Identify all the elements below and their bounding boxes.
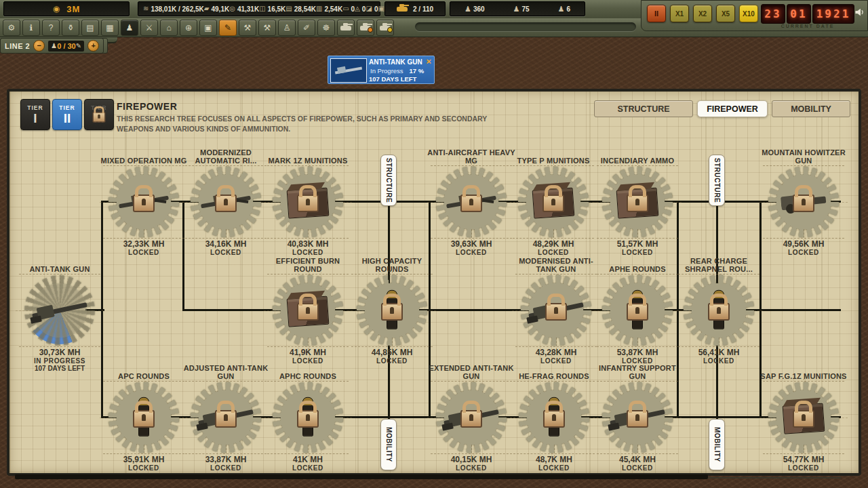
line-worker-count: 0 / 30 — [57, 42, 76, 50]
research-node[interactable]: MIXED OPERATION MG 32,33K MH LOCKED — [99, 145, 189, 256]
workshop-icon-button[interactable]: ⚒ — [239, 20, 256, 36]
staff-item: ♟75 — [513, 5, 530, 13]
research-node[interactable]: APHE ROUNDS 53,87K MH LOCKED — [593, 253, 682, 365]
research-node[interactable]: APHC ROUNDS 41K MH LOCKED — [263, 361, 353, 472]
research-node-gear — [357, 275, 427, 346]
lock-icon — [542, 195, 564, 212]
settings-icon-button[interactable]: ⚙ — [3, 20, 20, 36]
tab-structure[interactable]: STRUCTURE — [594, 100, 693, 117]
staff-item: ♟6 — [558, 5, 570, 13]
components-icon-button[interactable]: ☸ — [317, 20, 335, 36]
tank-count-value: 2 / 110 — [413, 5, 433, 13]
tab-mobility[interactable]: MOBILITY — [772, 100, 850, 117]
resource-fabric-icon: ◪ — [366, 5, 372, 12]
research-node[interactable]: MOUNTAIN HOWITZER GUN 49,56K MH LOCKED — [759, 145, 848, 256]
military-icon-button[interactable]: ⚔ — [140, 20, 158, 36]
lock-icon — [460, 195, 482, 212]
world-map-icon: ⊕ — [185, 24, 192, 32]
lock-icon — [215, 410, 237, 428]
research-node[interactable]: EFFICIENT BURN ROUND 41,9K MH LOCKED — [263, 253, 353, 365]
research-node[interactable]: ANTI-AIRCRAFT HEAVY MG 39,63K MH LOCKED — [427, 145, 516, 256]
research-node[interactable]: HE-FRAG ROUNDS 48,7K MH LOCKED — [509, 361, 599, 472]
research-status: LOCKED — [210, 249, 241, 256]
crew-icon: ♙ — [283, 24, 291, 32]
tier-2-button[interactable]: TIER II — [52, 99, 82, 130]
resource-item: ≋138,01K / 262,5K — [143, 5, 204, 13]
personnel-icon-button[interactable]: ♟ — [121, 20, 138, 36]
speed-x5-button[interactable]: X5 — [716, 5, 735, 22]
research-node[interactable]: EXTENDED ANTI-TANK GUN 40,15K MH LOCKED — [427, 361, 516, 472]
crew-icon-button[interactable]: ♙ — [278, 20, 296, 36]
tank-combat-icon-button[interactable] — [357, 20, 374, 36]
research-node[interactable]: MARK 1Z MUNITIONS 40,83K MH LOCKED — [263, 145, 353, 256]
tier-word: TIER — [59, 104, 75, 111]
research-node[interactable]: ANTI-TANK GUN 30,73K MH IN PROGRESS 107 … — [15, 253, 104, 372]
toolbar-groove — [415, 22, 636, 31]
staff-value: 6 — [566, 5, 570, 13]
research-node-gear — [768, 382, 839, 453]
market-icon-button[interactable]: ▣ — [199, 20, 217, 36]
structure-link-pill[interactable]: STRUCTURE — [709, 155, 725, 206]
research-icon: ✎ — [224, 24, 231, 32]
tank-combat-icon-badge — [368, 27, 373, 33]
speed-date-cluster: II X1 X2 X5 X10 23 01 1921 CURRENT DATE — [641, 0, 868, 31]
research-node[interactable]: INCENDIARY AMMO 51,57K MH LOCKED — [593, 145, 682, 256]
research-node-gear — [191, 167, 261, 237]
achievements-icon-button[interactable]: ⚱ — [62, 20, 79, 36]
research-node[interactable]: INFANTRY SUPPORT GUN 45,4K MH LOCKED — [593, 361, 682, 472]
research-icon-button[interactable]: ✎ — [219, 20, 237, 36]
info-icon-button[interactable]: ℹ — [22, 20, 40, 36]
mobility-link-pill[interactable]: MOBILITY — [380, 419, 397, 470]
research-node[interactable]: MODERNIZED AUTOMATIC RI... 34,16K MH LOC… — [181, 145, 271, 256]
tier-3-button-locked[interactable]: TIER III — [84, 99, 114, 130]
announcements-icon[interactable] — [854, 7, 865, 18]
horizontal-scrollbar-thumb[interactable] — [15, 474, 708, 479]
tank-designer-icon-button[interactable] — [337, 20, 355, 36]
edit-icon[interactable]: ✎ — [76, 43, 81, 49]
speed-x10-button[interactable]: X10 — [739, 5, 758, 22]
tier-numeral: I — [33, 112, 37, 125]
speed-x1-button[interactable]: X1 — [670, 5, 689, 22]
tier-word: TIER — [27, 104, 43, 111]
speed-x2-button[interactable]: X2 — [693, 5, 712, 22]
resource-iron-icon: ▰ — [204, 5, 210, 12]
research-node[interactable]: SAP F.G.1Z MUNITIONS 54,77K MH LOCKED — [759, 361, 848, 472]
tank-logistics-icon-button[interactable] — [376, 20, 394, 36]
pause-button[interactable]: II — [647, 5, 666, 22]
resource-value: 28,54K — [294, 5, 316, 13]
research-days-left: 107 DAYS LEFT — [35, 365, 85, 372]
help-icon-button[interactable]: ? — [42, 20, 60, 36]
decrease-workers-button[interactable]: − — [33, 40, 45, 52]
tier-1-button[interactable]: TIER I — [20, 99, 50, 130]
world-map-icon-button[interactable]: ⊕ — [180, 20, 197, 36]
factory-icon: ⌂ — [166, 24, 171, 32]
resources-box: ≋138,01K / 262,5K▰49,1K◎41,31K◫16,5K▤28,… — [138, 1, 380, 16]
research-status: LOCKED — [210, 464, 241, 472]
close-icon[interactable]: × — [426, 56, 431, 67]
increase-workers-button[interactable]: + — [87, 40, 99, 52]
research-node[interactable]: MODERNISED ANTI-TANK GUN 43,28K MH LOCKE… — [511, 253, 601, 365]
resource-value: 2,54K — [324, 5, 342, 13]
research-node[interactable]: APC ROUNDS 35,91K MH LOCKED — [99, 361, 189, 472]
current-date-label: CURRENT DATE — [761, 24, 854, 28]
active-research-card[interactable]: ANTI-TANK GUN In Progress17 % 107 DAYS L… — [328, 56, 435, 84]
research-node-gear — [108, 167, 179, 237]
newspaper-icon-button[interactable]: ▤ — [81, 20, 99, 36]
structure-link-pill[interactable]: STRUCTURE — [380, 155, 397, 206]
factory-icon-button[interactable]: ⌂ — [160, 20, 178, 36]
research-node[interactable]: REAR CHARGE SHRAPNEL ROU... 56,41K MH LO… — [674, 253, 764, 365]
staff-value: 75 — [521, 5, 529, 13]
mobility-link-pill[interactable]: MOBILITY — [709, 419, 725, 470]
resource-item: ▤28,54K — [285, 5, 316, 13]
tab-firepower[interactable]: FIREPOWER — [697, 100, 768, 117]
line-label: LINE 2 — [5, 42, 30, 50]
lock-icon — [215, 195, 237, 212]
reports-icon-button[interactable]: ▦ — [101, 20, 119, 36]
research-node[interactable]: ADJUSTED ANTI-TANK GUN 33,87K MH LOCKED — [181, 361, 271, 472]
construction-icon-button[interactable]: ✐ — [298, 20, 315, 36]
research-node[interactable]: TYPE P MUNITIONS 48,29K MH LOCKED — [509, 145, 598, 256]
research-status: LOCKED — [456, 464, 487, 472]
research-node[interactable]: HIGH CAPACITY ROUNDS 44,85K MH LOCKED — [347, 253, 437, 365]
construction-icon: ✐ — [303, 24, 310, 32]
maintenance-icon-button[interactable]: ⚒ — [258, 20, 276, 36]
